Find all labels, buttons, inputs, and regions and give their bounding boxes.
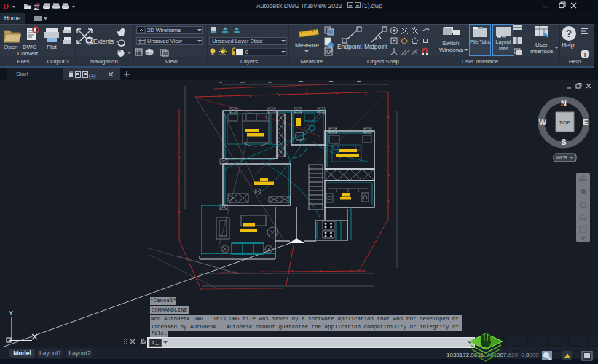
svg-text:W: W bbox=[539, 118, 547, 127]
svg-text:S: S bbox=[561, 138, 566, 146]
svg-text:E: E bbox=[583, 118, 588, 127]
svg-text:N: N bbox=[561, 99, 567, 108]
svg-text:WCS: WCS bbox=[556, 155, 567, 160]
svg-text:TOP: TOP bbox=[559, 119, 570, 126]
svg-text:Y: Y bbox=[9, 309, 13, 317]
